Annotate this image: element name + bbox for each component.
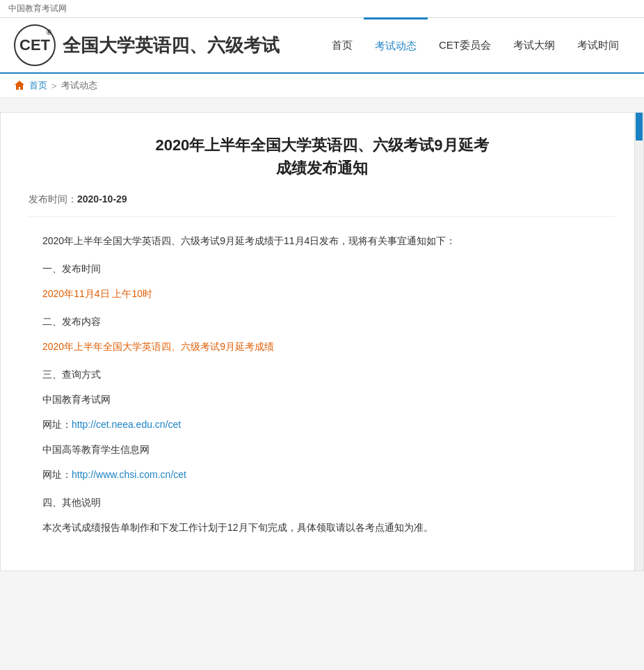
breadcrumb: 首页 > 考试动态 (0, 74, 644, 98)
article-title: 2020年上半年全国大学英语四、六级考试9月延考 成绩发布通知 (29, 134, 615, 180)
section2-header: 二、发布内容 (42, 312, 615, 331)
org2-url-label: 网址： (42, 469, 72, 480)
section4-header: 四、其他说明 (42, 493, 615, 512)
nav-item-news[interactable]: 考试动态 (364, 17, 428, 73)
site-title: 全国大学英语四、六级考试 (63, 33, 280, 58)
org2-name: 中国高等教育学生信息网 (42, 440, 615, 459)
article-title-line1: 2020年上半年全国大学英语四、六级考试9月延考 (29, 134, 615, 157)
content-area: 2020年上半年全国大学英语四、六级考试9月延考 成绩发布通知 发布时间：202… (0, 112, 644, 571)
org1-url-label: 网址： (42, 419, 72, 430)
article-intro: 2020年上半年全国大学英语四、六级考试9月延考成绩于11月4日发布，现将有关事… (42, 231, 615, 250)
article-body: 2020年上半年全国大学英语四、六级考试9月延考成绩于11月4日发布，现将有关事… (29, 231, 615, 537)
scrollbar-thumb[interactable] (636, 113, 643, 141)
logo-text: CET (19, 36, 50, 54)
header: ® CET 全国大学英语四、六级考试 首页 考试动态 CET委员会 考试大纲 考… (0, 18, 644, 74)
breadcrumb-separator: > (51, 81, 57, 91)
section3-header: 三、查询方式 (42, 365, 615, 384)
org2-url-line: 网址：http://www.chsi.com.cn/cet (42, 465, 615, 484)
logo-area: ® CET 全国大学英语四、六级考试 (14, 24, 280, 66)
main-nav: 首页 考试动态 CET委员会 考试大纲 考试时间 (321, 17, 630, 73)
top-bar: 中国教育考试网 (0, 0, 644, 18)
section2-content: 2020年上半年全国大学英语四、六级考试9月延考成绩 (42, 337, 615, 356)
nav-item-time[interactable]: 考试时间 (566, 17, 630, 73)
section1-header: 一、发布时间 (42, 259, 615, 278)
publish-label: 发布时间： (29, 193, 77, 205)
article-title-line2: 成绩发布通知 (29, 157, 615, 180)
registered-symbol: ® (47, 29, 51, 36)
nav-item-committee[interactable]: CET委员会 (428, 17, 502, 73)
org2-url-link[interactable]: http://www.chsi.com.cn/cet (72, 469, 186, 480)
nav-item-syllabus[interactable]: 考试大纲 (502, 17, 566, 73)
publish-date: 发布时间：2020-10-29 (29, 193, 615, 217)
section1-content: 2020年11月4日 上午10时 (42, 284, 615, 303)
publish-date-value: 2020-10-29 (77, 193, 127, 205)
org1-url-link[interactable]: http://cet.neea.edu.cn/cet (72, 419, 181, 430)
main-wrapper: 2020年上半年全国大学英语四、六级考试9月延考 成绩发布通知 发布时间：202… (0, 112, 644, 571)
org1-url-line: 网址：http://cet.neea.edu.cn/cet (42, 415, 615, 434)
breadcrumb-home[interactable]: 首页 (29, 79, 47, 92)
nav-item-home[interactable]: 首页 (321, 17, 364, 73)
top-bar-label: 中国教育考试网 (8, 3, 67, 13)
breadcrumb-current: 考试动态 (61, 79, 97, 92)
cet-logo: ® CET (14, 24, 56, 66)
section4-content: 本次考试成绩报告单制作和下发工作计划于12月下旬完成，具体领取请以各考点通知为准… (42, 518, 615, 537)
org1-name: 中国教育考试网 (42, 390, 615, 409)
home-icon (14, 80, 25, 91)
